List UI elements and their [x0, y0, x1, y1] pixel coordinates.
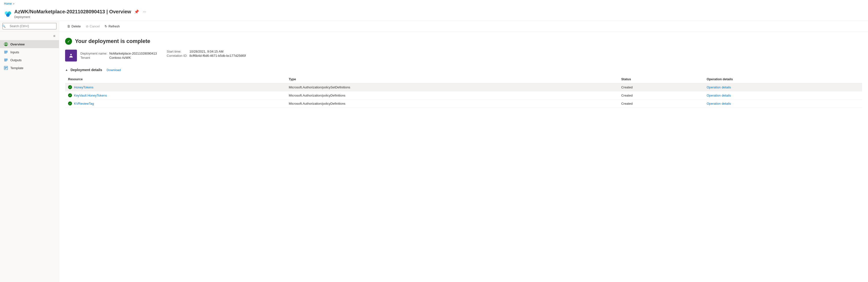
col-status: Status — [618, 75, 704, 83]
deployment-info-grid-left: Deployment name: NoMarketplace-202110280… — [81, 52, 157, 59]
chevron-left-icon: « — [53, 34, 56, 38]
table-cell-operation: Operation details — [704, 100, 862, 108]
chevron-down-icon: ▲ — [65, 68, 68, 72]
table-cell-status: Created — [618, 100, 704, 108]
resource-table: Resource Type Status Operation details ✓… — [65, 75, 862, 108]
table-cell-type: Microsoft.Authorization/policySetDefinit… — [286, 83, 618, 91]
sidebar: 🔍 « Overview Inputs — [0, 21, 59, 282]
deployment-info-grid-right: Start time: 10/28/2021, 9:04:15 AM Corre… — [167, 50, 246, 58]
inputs-icon — [4, 50, 8, 54]
row-check-icon: ✓ — [68, 102, 72, 106]
cancel-icon: ⊘ — [86, 24, 89, 28]
table-cell-type: Microsoft.Authorization/policyDefinition… — [286, 91, 618, 100]
operation-details-link[interactable]: Operation details — [707, 85, 731, 89]
delete-button[interactable]: 🗑 Delete — [65, 23, 83, 30]
deployment-status: ✓ Your deployment is complete — [59, 32, 868, 48]
resource-link[interactable]: HoneyTokens — [74, 85, 93, 89]
more-button[interactable]: ··· — [142, 9, 147, 15]
svg-rect-5 — [4, 51, 8, 51]
sidebar-item-template[interactable]: Template — [0, 64, 59, 72]
delete-icon: 🗑 — [67, 24, 70, 28]
table-cell-operation: Operation details — [704, 83, 862, 91]
page-subtitle: Deployment — [14, 15, 864, 19]
table-cell-status: Created — [618, 83, 704, 91]
sidebar-label-inputs: Inputs — [10, 50, 19, 54]
col-operation: Operation details — [704, 75, 862, 83]
breadcrumb-separator: > — [13, 2, 14, 5]
pin-button[interactable]: 📌 — [133, 8, 140, 15]
collapse-sidebar-button[interactable]: « — [52, 33, 57, 39]
table-row: ✓ KVReviewTag Microsoft.Authorization/po… — [65, 100, 862, 108]
svg-point-16 — [70, 54, 72, 55]
svg-rect-8 — [4, 59, 8, 59]
col-type: Type — [286, 75, 618, 83]
breadcrumb-home[interactable]: Home — [4, 2, 12, 5]
deployment-status-title: Your deployment is complete — [75, 38, 150, 45]
table-cell-operation: Operation details — [704, 91, 862, 100]
info-name-value: NoMarketplace-20211028090413 — [109, 52, 157, 55]
table-cell-type: Microsoft.Authorization/policyDefinition… — [286, 100, 618, 108]
refresh-button[interactable]: ↻ Refresh — [102, 23, 122, 30]
overview-icon — [4, 42, 8, 46]
refresh-icon: ↻ — [104, 24, 107, 28]
details-header[interactable]: ▲ Deployment details Download — [65, 65, 862, 74]
info-correlation-value: 8cff6b4d-f6d6-4671-b5db-bc177d256f0f — [189, 54, 246, 58]
sidebar-nav: Overview Inputs Outputs Te — [0, 40, 59, 72]
main-layout: 🔍 « Overview Inputs — [0, 21, 868, 282]
sidebar-item-overview[interactable]: Overview — [0, 40, 59, 48]
details-header-label: Deployment details — [70, 68, 102, 72]
info-tenant-value: Contoso AzWK — [109, 56, 157, 59]
svg-rect-6 — [4, 52, 8, 52]
page-header: AzWK/NoMarketplace-20211028090413 | Over… — [0, 7, 868, 21]
sidebar-label-overview: Overview — [10, 43, 25, 46]
search-input[interactable] — [2, 23, 57, 29]
operation-details-link[interactable]: Operation details — [707, 102, 731, 106]
svg-rect-12 — [5, 67, 7, 67]
ellipsis-icon: ··· — [143, 10, 146, 14]
info-tenant-label: Tenant — [81, 56, 107, 59]
operation-details-link[interactable]: Operation details — [707, 93, 731, 97]
svg-rect-10 — [4, 61, 7, 61]
table-body: ✓ HoneyTokens Microsoft.Authorization/po… — [65, 83, 862, 108]
page-title: AzWK/NoMarketplace-20211028090413 | Over… — [14, 8, 864, 15]
pin-icon: 📌 — [134, 10, 139, 14]
resource-link[interactable]: KVReviewTag — [74, 102, 94, 106]
table-row: ✓ HoneyTokens Microsoft.Authorization/po… — [65, 83, 862, 91]
deployment-type-icon — [65, 50, 77, 61]
table-cell-resource: ✓ KVReviewTag — [65, 100, 286, 108]
deployment-details-section: ▲ Deployment details Download Resource T… — [59, 65, 868, 108]
success-check-icon: ✓ — [65, 38, 72, 45]
content-area: 🗑 Delete ⊘ Cancel ↻ Refresh ✓ Your deplo… — [59, 21, 868, 282]
svg-point-2 — [6, 13, 10, 17]
cancel-button[interactable]: ⊘ Cancel — [84, 23, 102, 30]
sidebar-item-inputs[interactable]: Inputs — [0, 48, 59, 56]
svg-rect-14 — [5, 68, 6, 69]
template-icon — [4, 66, 8, 70]
table-cell-resource: ✓ KeyVault HoneyTokens — [65, 91, 286, 100]
sidebar-label-template: Template — [10, 66, 24, 70]
col-resource: Resource — [65, 75, 286, 83]
breadcrumb: Home > — [0, 0, 868, 7]
download-link[interactable]: Download — [106, 68, 121, 72]
table-row: ✓ KeyVault HoneyTokens Microsoft.Authori… — [65, 91, 862, 100]
info-start-value: 10/28/2021, 9:04:15 AM — [189, 50, 246, 53]
deployment-info-left: Deployment name: NoMarketplace-202110280… — [65, 50, 157, 61]
table-cell-resource: ✓ HoneyTokens — [65, 83, 286, 91]
svg-rect-9 — [4, 60, 8, 60]
outputs-icon — [4, 58, 8, 62]
row-check-icon: ✓ — [68, 93, 72, 97]
deployment-logo — [4, 10, 12, 18]
svg-point-4 — [5, 43, 7, 45]
sidebar-search-wrapper: 🔍 — [0, 21, 59, 32]
header-title-block: AzWK/NoMarketplace-20211028090413 | Over… — [14, 8, 864, 19]
table-header: Resource Type Status Operation details — [65, 75, 862, 83]
row-check-icon: ✓ — [68, 85, 72, 89]
svg-rect-13 — [5, 68, 7, 68]
info-name-label: Deployment name: — [81, 52, 107, 55]
info-correlation-label: Correlation ID: — [167, 54, 187, 58]
resource-link[interactable]: KeyVault HoneyTokens — [74, 93, 107, 97]
table-cell-status: Created — [618, 91, 704, 100]
sidebar-label-outputs: Outputs — [10, 58, 22, 62]
info-start-label: Start time: — [167, 50, 187, 53]
sidebar-item-outputs[interactable]: Outputs — [0, 56, 59, 64]
